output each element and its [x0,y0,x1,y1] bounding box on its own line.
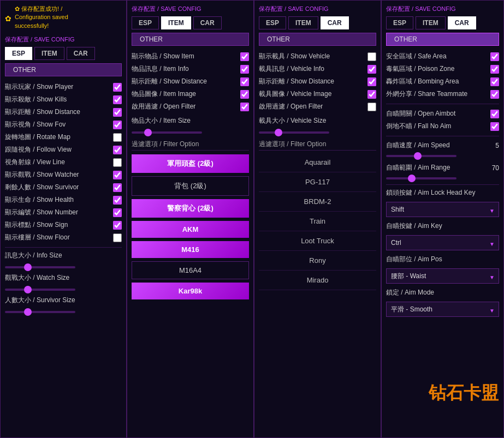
check-show-vehicle-input[interactable] [367,52,376,61]
check-show-distance-1-input[interactable] [113,108,122,117]
vehicle-loot-truck[interactable]: Loot Truck [259,231,376,251]
check-show-number-input[interactable] [113,208,122,217]
check-show-fov-input[interactable] [113,121,122,129]
check-item-image-input[interactable] [240,90,249,99]
aim-speed-label: 自瞄速度 / Aim Speed [386,141,450,150]
check-show-watcher-input[interactable] [113,171,122,179]
filter-btn-m416[interactable]: M416 [132,241,249,258]
check-show-player-input[interactable] [113,83,122,92]
check-show-fov: 顯示視角 / Show Fov [5,118,122,131]
vehicle-brdm2[interactable]: BRDM-2 [259,192,376,212]
check-follow-view: 跟隨視角 / Follow View [5,143,122,156]
check-view-line-input[interactable] [113,158,122,167]
vehicle-train[interactable]: Train [259,212,376,231]
filter-btn-kar98k[interactable]: Kar98k [132,283,249,299]
info-size-slider[interactable] [5,266,75,268]
car-checks-container: 顯示載具 / Show Vehicle 載具訊息 / Vehicle Info … [259,50,376,433]
divider-1 [5,247,122,248]
check-open-aimbot-input[interactable] [490,110,499,118]
check-follow-view-input[interactable] [113,146,122,154]
check-show-sign-input[interactable] [113,221,122,230]
vehicle-rony[interactable]: Rony [259,251,376,271]
save-link-1[interactable]: 保存配置 / SAVE CONFIG [5,35,122,44]
check-bombing-area-input[interactable] [490,77,499,86]
other-btn-3[interactable]: OTHER [259,33,376,46]
check-vehicle-image-label: 載具圖像 / Vehicle Image [259,89,367,99]
aim-key-dropdown[interactable]: Ctrl Shift Alt None [386,235,499,250]
lock-key-dropdown[interactable]: Shift Ctrl Alt None [386,202,499,217]
tab-car-2[interactable]: CAR [193,16,222,29]
check-show-floor-input[interactable] [113,233,122,242]
watch-size-slider[interactable] [5,289,75,291]
check-show-health: 顯示生命 / Show Health [5,194,122,206]
save-link-3[interactable]: 保存配置 / SAVE CONFIG [259,5,376,13]
info-size-label: 訊息大小 / Info Size [5,251,122,260]
check-safe-area-label: 安全區域 / Safe Area [386,52,490,61]
vehicle-size-label: 載具大小 / Vehicle Size [259,116,376,125]
check-poison-zone: 毒氣區域 / Poison Zone [386,63,499,75]
vehicle-size-slider[interactable] [259,131,329,134]
item-checks-container: 顯示物品 / Show Item 物品訊息 / Item Info 顯示距離 /… [132,50,249,433]
aim-mode-dropdown-wrapper: 平滑 - Smooth 直接 - Direct [386,299,499,321]
tab-car-3[interactable]: CAR [321,16,349,29]
check-open-filter-car: 啟用過濾 / Open Filter [259,100,376,113]
other-btn-4[interactable]: OTHER [386,33,499,46]
aim-range-value: 70 [486,164,499,172]
filter-btn-backpack[interactable]: 背包 (2級) [132,176,249,196]
check-fall-no-aim-input[interactable] [490,122,499,131]
check-open-filter-item-input[interactable] [240,103,249,111]
tab-item-2[interactable]: ITEM [161,16,191,29]
tab-esp-1[interactable]: ESP [5,47,32,60]
filter-btn-akm[interactable]: AKM [132,221,249,238]
tab-item-4[interactable]: ITEM [416,16,446,29]
filter-btn-vest[interactable]: 警察背心 (2級) [132,199,249,218]
vehicle-mirado[interactable]: Mirado [259,271,376,290]
filter-btn-m16a4[interactable]: M16A4 [132,261,249,279]
check-show-kills-label: 顯示殺敵 / Show Kills [5,95,113,104]
check-show-sign-label: 顯示標點 / Show Sign [5,220,113,230]
check-view-line-label: 視角射線 / View Line [5,158,113,167]
save-link-4[interactable]: 保存配置 / SAVE CONFIG [386,5,499,13]
tab-esp-2[interactable]: ESP [132,16,159,29]
tab-esp-4[interactable]: ESP [386,16,413,29]
check-show-survivor-input[interactable] [113,183,122,192]
other-btn-2[interactable]: OTHER [132,33,249,46]
check-share-teammate-input[interactable] [490,90,499,99]
tab-item-3[interactable]: ITEM [288,16,318,29]
check-item-info-input[interactable] [240,65,249,74]
check-show-distance-2-input[interactable] [240,77,249,86]
filter-btn-helmet[interactable]: 軍用頭盔 (2級) [132,154,249,173]
check-show-item-input[interactable] [240,52,249,61]
lock-key-label: 鎖頭按鍵 / Aim Lock Head Key [386,188,499,197]
save-link-2[interactable]: 保存配置 / SAVE CONFIG [132,5,249,13]
vehicle-aquarail[interactable]: Aquarail [259,153,376,172]
check-safe-area-input[interactable] [490,52,499,61]
panel-item: 保存配置 / SAVE CONFIG ESP ITEM CAR OTHER 顯示… [127,0,254,438]
tab-item-1[interactable]: ITEM [34,47,64,60]
item-size-slider[interactable] [132,131,202,134]
check-open-filter-car-input[interactable] [367,103,376,111]
aim-speed-slider[interactable] [386,155,456,157]
check-poison-zone-input[interactable] [490,65,499,74]
check-show-player: 顯示玩家 / Show Player [5,81,122,93]
check-vehicle-info-input[interactable] [367,65,376,74]
tab-esp-3[interactable]: ESP [259,16,286,29]
check-rotate-map-input[interactable] [113,133,122,142]
survivor-size-slider[interactable] [5,311,75,313]
aim-range-slider[interactable] [386,177,456,179]
check-show-item: 顯示物品 / Show Item [132,50,249,63]
vehicle-pg117[interactable]: PG-117 [259,172,376,192]
check-show-distance-3-input[interactable] [367,77,376,86]
check-show-health-input[interactable] [113,196,122,205]
check-vehicle-image-input[interactable] [367,90,376,99]
aim-mode-dropdown[interactable]: 平滑 - Smooth 直接 - Direct [386,302,499,317]
aim-speed-value: 5 [486,142,499,149]
check-open-filter-item: 啟用過濾 / Open Filter [132,100,249,113]
panel-esp: ✿ ✿ 保存配置成功! / Configuration saved succes… [0,0,127,438]
aim-pos-dropdown[interactable]: 腰部 - Waist 頭部 - Head 胸部 - Chest [386,268,499,284]
other-btn-1[interactable]: OTHER [5,63,122,76]
check-show-fov-label: 顯示視角 / Show Fov [5,120,113,129]
tab-car-4[interactable]: CAR [448,16,476,29]
check-show-kills-input[interactable] [113,95,122,104]
tab-car-1[interactable]: CAR [67,47,95,60]
